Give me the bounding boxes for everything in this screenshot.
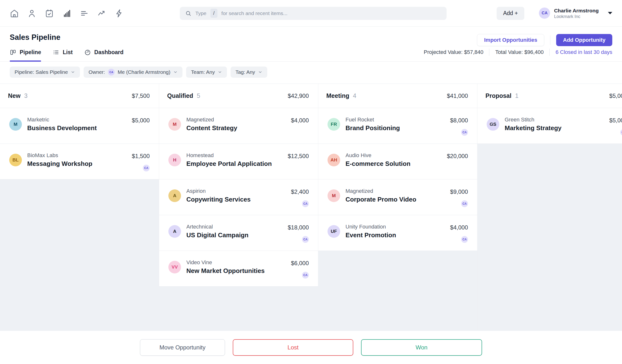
- list-icon: [53, 49, 59, 55]
- import-opportunities-button[interactable]: Import Opportunities: [477, 34, 544, 46]
- home-icon[interactable]: [10, 9, 19, 18]
- company-avatar: A: [168, 225, 181, 238]
- column-empty-area: [318, 251, 477, 330]
- company-avatar: BL: [9, 154, 22, 166]
- opportunity-amount: $4,000: [291, 117, 309, 124]
- filter-team[interactable]: Team: Any: [186, 67, 227, 78]
- opportunity-card[interactable]: MMarketricBusiness Development$5,000: [0, 108, 159, 144]
- opportunity-card[interactable]: MMagnetizedContent Strategy$4,000: [159, 108, 318, 144]
- column-count: 3: [24, 92, 27, 99]
- filter-owner[interactable]: Owner: CA Me (Charlie Armstrong): [84, 67, 182, 78]
- filter-tag[interactable]: Tag: Any: [231, 67, 267, 78]
- pipeline-stats: Projected Value: $57,840 Total Value: $9…: [424, 49, 612, 58]
- opportunity-card[interactable]: MMagnetizedCorporate Promo Video$9,000CA: [318, 180, 477, 215]
- nav-icon-group: [10, 9, 124, 18]
- opportunity-title: Marketing Strategy: [505, 124, 562, 132]
- opportunity-card[interactable]: VVVideo VineNew Market Opportunities$6,0…: [159, 251, 318, 287]
- opportunity-card[interactable]: AAspirionCopywriting Services$2,400CA: [159, 180, 318, 215]
- opportunity-title: Brand Positioning: [346, 124, 400, 132]
- search-type-label: Type: [195, 10, 207, 16]
- opportunity-amount: $1,500: [132, 153, 150, 160]
- pipeline-column-qualified: Qualified5$42,900MMagnetizedContent Stra…: [159, 84, 318, 330]
- filter-bar: Pipeline: Sales Pipeline Owner: CA Me (C…: [0, 62, 622, 84]
- automations-bolt-icon[interactable]: [115, 9, 124, 18]
- pipeline-chart-icon[interactable]: [62, 9, 71, 18]
- company-name: Magnetized: [346, 188, 373, 194]
- company-name: Aspirion: [186, 188, 206, 194]
- company-avatar: M: [9, 118, 22, 131]
- opportunity-amount: $18,000: [288, 224, 309, 231]
- column-count: 1: [515, 92, 519, 99]
- owner-badge: CA: [302, 200, 309, 207]
- column-name: Proposal: [486, 92, 511, 99]
- opportunity-card[interactable]: BLBioMax LabsMessaging Workshop$1,500CA: [0, 144, 159, 180]
- topbar-right-group: Add + CA Charlie Armstrong Lookmark Inc: [497, 7, 612, 20]
- search-icon: [185, 10, 192, 17]
- pipeline-column-meeting: Meeting4$41,000FRFuel RocketBrand Positi…: [318, 84, 477, 330]
- opportunity-card[interactable]: UFUnity FoundationEvent Promotion$4,000C…: [318, 215, 477, 251]
- won-button[interactable]: Won: [361, 339, 482, 356]
- lost-button[interactable]: Lost: [233, 339, 353, 356]
- opportunity-title: New Market Opportunities: [186, 267, 265, 275]
- opportunity-card[interactable]: AArtechnicalUS Digital Campaign$18,000CA: [159, 215, 318, 251]
- gauge-icon: [84, 49, 91, 55]
- company-avatar: VV: [168, 261, 181, 273]
- global-search-input[interactable]: Type / for search and recent items...: [180, 7, 447, 20]
- contacts-icon[interactable]: [27, 9, 37, 18]
- company-name: Video Vine: [186, 259, 212, 266]
- activity-icon[interactable]: [97, 9, 106, 18]
- closed-deals-link[interactable]: 6 Closed in last 30 days: [555, 49, 612, 55]
- opportunity-card[interactable]: HHomesteadEmployee Portal Application$12…: [159, 144, 318, 180]
- actions-divider: [550, 35, 550, 45]
- column-total: $5,000: [609, 92, 622, 99]
- pipeline-column-new: New3$7,500MMarketricBusiness Development…: [0, 84, 159, 330]
- add-opportunity-button[interactable]: Add Opportunity: [556, 34, 612, 46]
- company-name: Green Stitch: [505, 117, 534, 123]
- column-name: Meeting: [326, 92, 349, 99]
- owner-badge: CA: [620, 129, 622, 136]
- filter-pipeline[interactable]: Pipeline: Sales Pipeline: [10, 67, 80, 78]
- global-add-button[interactable]: Add +: [497, 7, 525, 20]
- company-name: Unity Foundation: [346, 224, 386, 230]
- column-header: Proposal1$5,000: [477, 84, 622, 108]
- user-menu[interactable]: CA Charlie Armstrong Lookmark Inc: [539, 7, 612, 19]
- tab-pipeline[interactable]: Pipeline: [10, 45, 41, 61]
- company-avatar: AH: [328, 154, 340, 166]
- calendar-check-icon[interactable]: [45, 9, 54, 18]
- company-avatar: FR: [328, 118, 340, 131]
- opportunity-title: Employee Portal Application: [186, 160, 272, 167]
- company-name: Artechnical: [186, 224, 213, 230]
- chevron-down-icon: [258, 70, 262, 74]
- opportunity-title: E-commerce Solution: [346, 160, 410, 167]
- tab-dashboard[interactable]: Dashboard: [84, 45, 123, 61]
- column-count: 4: [353, 92, 356, 99]
- opportunity-amount: $5,000: [132, 117, 150, 124]
- view-tabs-row: Pipeline List Dashboard Projected Value:…: [0, 45, 622, 62]
- opportunity-title: Corporate Promo Video: [346, 196, 416, 203]
- opportunity-title: Content Strategy: [186, 124, 237, 132]
- opportunity-amount: $5,000: [609, 117, 622, 124]
- opportunity-title: Business Development: [27, 124, 97, 132]
- opportunity-title: Copywriting Services: [186, 196, 251, 203]
- page-header: Sales Pipeline Import Opportunities Add …: [0, 27, 622, 42]
- search-shortcut-key: /: [210, 9, 218, 18]
- column-header: Qualified5$42,900: [159, 84, 318, 108]
- opportunity-amount: $20,000: [447, 153, 468, 160]
- tab-list[interactable]: List: [53, 45, 73, 61]
- opportunity-card[interactable]: GSGreen StitchMarketing Strategy$5,000CA: [477, 108, 622, 144]
- opportunity-amount: $8,000: [450, 117, 468, 124]
- company-name: Magnetized: [186, 117, 214, 123]
- opportunity-card[interactable]: AHAudio HiveE-commerce Solution$20,000: [318, 144, 477, 180]
- pipeline-column-proposal: Proposal1$5,000GSGreen StitchMarketing S…: [477, 84, 622, 330]
- column-header: Meeting4$41,000: [318, 84, 477, 108]
- move-opportunity-button[interactable]: Move Opportunity: [140, 339, 225, 356]
- column-count: 5: [197, 92, 200, 99]
- opportunity-card[interactable]: FRFuel RocketBrand Positioning$8,000CA: [318, 108, 477, 144]
- notes-icon[interactable]: [80, 9, 89, 18]
- opportunity-amount: $4,000: [450, 224, 468, 231]
- chevron-down-icon: [173, 70, 178, 74]
- column-empty-area: [0, 180, 159, 330]
- company-name: BioMax Labs: [27, 152, 58, 159]
- column-empty-area: [159, 287, 318, 330]
- column-name: Qualified: [167, 92, 193, 99]
